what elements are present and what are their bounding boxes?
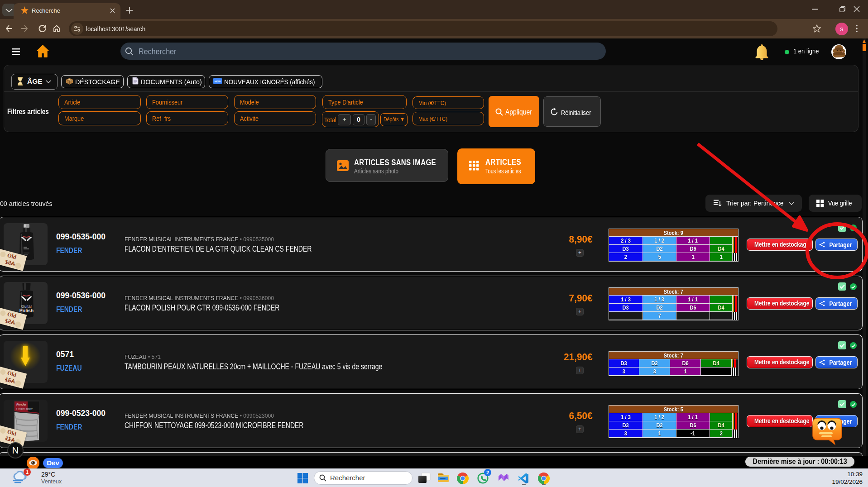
svg-text:Fender: Fender: [16, 403, 27, 406]
svg-text:Polish: Polish: [19, 308, 34, 313]
svg-text:NEW: NEW: [215, 80, 221, 83]
svg-text:FenderFactory: FenderFactory: [16, 407, 33, 410]
